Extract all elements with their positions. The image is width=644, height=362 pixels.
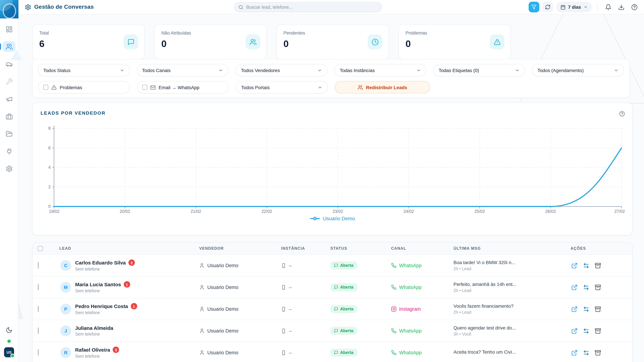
app-logo[interactable] <box>0 0 18 18</box>
chart-legend[interactable]: Usuario Demo <box>40 216 624 221</box>
external-link-icon <box>571 262 578 269</box>
export-button[interactable] <box>616 2 626 12</box>
select-all-checkbox[interactable] <box>38 246 43 251</box>
canal-label: Instagram <box>399 306 421 312</box>
stat-card-pendentes: Pendentes 0 <box>276 24 389 59</box>
lead-phone: Sem telefone <box>75 310 137 315</box>
archive-button[interactable] <box>594 284 602 291</box>
chevron-down-icon <box>515 68 520 72</box>
dropdown-portais[interactable]: Todos Portais <box>236 81 328 93</box>
notifications-button[interactable] <box>603 2 613 12</box>
actions-cell <box>565 262 632 269</box>
chevron-down-icon <box>614 68 618 72</box>
message-square-icon <box>334 264 338 268</box>
table-row[interactable]: R Rafael Oliveira 3 Sem telefone Usuario… <box>32 342 632 362</box>
sidebar-item-vehicles[interactable] <box>3 59 16 69</box>
filter-email-whatsapp[interactable]: Email → WhatsApp <box>137 81 229 93</box>
whatsapp-phone-icon <box>391 285 396 290</box>
transfer-lead-button[interactable] <box>582 305 590 313</box>
help-circle-icon[interactable] <box>619 111 625 117</box>
dropdown-status[interactable]: Todos Status <box>38 64 130 76</box>
dropdown-etiquetas[interactable]: Todas Etiquetas (0) <box>433 64 525 76</box>
stat-value: 0 <box>284 38 382 49</box>
lead-cell: J Juliana Almeida Sem telefone <box>54 325 194 337</box>
sidebar-item-services[interactable] <box>3 76 16 87</box>
row-checkbox[interactable] <box>38 262 38 269</box>
archive-button[interactable] <box>594 349 602 356</box>
row-checkbox[interactable] <box>38 328 38 334</box>
dropdown-agendamento[interactable]: Todos (Agendamento) <box>532 64 624 76</box>
search-icon <box>238 5 243 10</box>
chevron-down-icon <box>584 5 588 9</box>
sidebar-item-conversations[interactable] <box>3 41 16 52</box>
transfer-lead-button[interactable] <box>582 284 590 291</box>
help-button[interactable] <box>629 2 639 12</box>
lead-phone: Sem telefone <box>75 267 135 272</box>
row-checkbox[interactable] <box>38 349 38 356</box>
email-whatsapp-checkbox[interactable] <box>142 85 147 90</box>
unread-badge: 1 <box>124 281 130 288</box>
sidebar-nav <box>3 24 16 174</box>
sidebar-item-marketing[interactable] <box>3 93 16 104</box>
dropdown-label: Todos Canais <box>142 67 170 73</box>
avatar: R <box>60 347 71 358</box>
dark-mode-toggle[interactable] <box>4 325 14 335</box>
wrench-icon <box>6 78 12 85</box>
sidebar-item-settings[interactable] <box>3 163 16 174</box>
status-label: Aberta <box>340 285 353 290</box>
dropdown-instancias[interactable]: Todas Instâncias <box>334 64 426 76</box>
transfer-arrows-icon <box>583 306 589 312</box>
last-message-text: Boa tarde! Vi o BMW 320i n... <box>454 260 564 265</box>
sidebar-item-business[interactable] <box>3 111 16 122</box>
table-row[interactable]: J Juliana Almeida Sem telefone Usuario D… <box>32 320 632 342</box>
vendedor-name: Usuario Demo <box>207 350 238 355</box>
table-row[interactable]: P Pedro Henrique Costa 1 Sem telefone Us… <box>32 298 632 320</box>
instancia-value: -- <box>289 306 292 312</box>
last-message-text: Vocês fazem financiamento? <box>454 303 564 309</box>
archive-button[interactable] <box>594 327 602 335</box>
filter-button[interactable] <box>528 2 539 12</box>
whatsapp-phone-icon <box>391 263 396 268</box>
user-avatar[interactable]: US <box>4 347 14 357</box>
table-row[interactable]: M Maria Lucia Santos 1 Sem telefone Usua… <box>32 277 632 298</box>
actions-cell <box>565 284 632 291</box>
status-badge: Aberta <box>330 283 357 291</box>
status-badge: Aberta <box>330 349 357 357</box>
redistribute-leads-button[interactable]: Redistribuir Leads <box>335 81 430 93</box>
table-row[interactable]: C Carlos Eduardo Silva 2 Sem telefone Us… <box>32 255 632 277</box>
refresh-button[interactable] <box>542 2 553 12</box>
row-checkbox[interactable] <box>38 284 38 290</box>
last-message-meta: 2h • Lead <box>454 267 565 271</box>
open-conversation-button[interactable] <box>570 284 578 291</box>
status-badge: Aberta <box>330 327 357 335</box>
transfer-lead-button[interactable] <box>582 327 590 335</box>
sidebar-item-files[interactable] <box>3 128 16 139</box>
row-checkbox[interactable] <box>38 306 38 312</box>
open-conversation-button[interactable] <box>570 305 578 313</box>
avatar: M <box>60 282 71 293</box>
legend-label: Usuario Demo <box>323 216 355 221</box>
open-conversation-button[interactable] <box>570 327 578 335</box>
transfer-lead-button[interactable] <box>582 349 590 356</box>
problemas-checkbox[interactable] <box>43 85 48 90</box>
transfer-lead-button[interactable] <box>582 262 590 269</box>
dropdown-canais[interactable]: Todos Canais <box>137 64 228 76</box>
open-conversation-button[interactable] <box>570 349 578 356</box>
filter-problemas[interactable]: Problemas <box>38 81 130 93</box>
archive-button[interactable] <box>594 262 602 269</box>
search-input[interactable] <box>246 5 378 10</box>
main-content: Total 6 Não Atribuídas 0 Pendentes 0 <box>18 14 644 362</box>
instancia-value: -- <box>289 328 292 334</box>
period-selector[interactable]: 7 dias <box>556 2 592 12</box>
canal-cell: Instagram <box>386 306 448 312</box>
dropdown-vendedores[interactable]: Todos Vendedores <box>236 64 327 76</box>
sidebar-item-dashboard[interactable] <box>3 24 16 34</box>
sidebar-item-integrations[interactable] <box>3 146 16 157</box>
lead-phone: Sem telefone <box>75 354 119 359</box>
svg-text:24/02: 24/02 <box>404 209 414 214</box>
archive-button[interactable] <box>594 305 602 313</box>
download-icon <box>618 4 624 10</box>
smartphone-icon <box>281 350 286 355</box>
lead-name: Pedro Henrique Costa <box>75 303 128 309</box>
open-conversation-button[interactable] <box>570 262 578 269</box>
